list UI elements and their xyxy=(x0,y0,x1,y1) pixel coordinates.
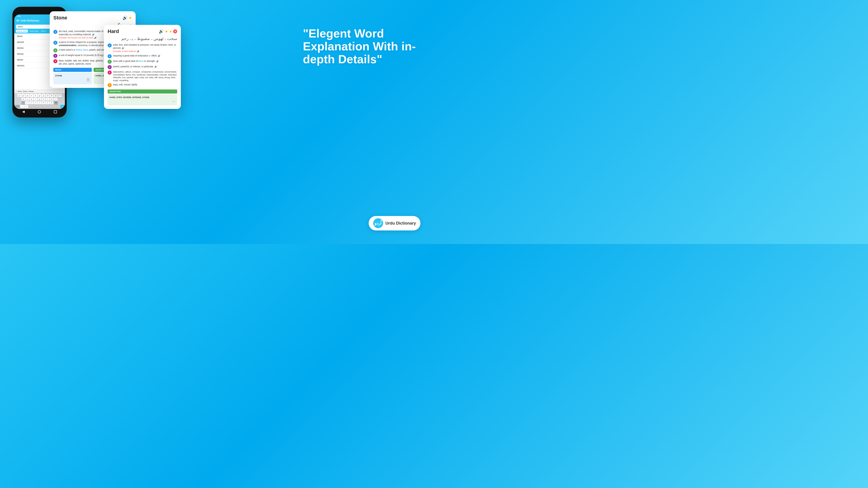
phone-nav-bar xyxy=(14,109,65,115)
sound-icon-small[interactable]: 🔊 xyxy=(92,33,95,36)
key-emoji[interactable]: ☺ xyxy=(24,105,28,108)
tab-roman[interactable]: Roma... xyxy=(40,30,48,33)
noun-tag: NOUN xyxy=(53,68,92,72)
key-g[interactable]: g xyxy=(38,98,41,101)
key-space[interactable] xyxy=(29,105,60,108)
hard-urdu-translation: سخت ، ٹھوس ، مضبوط ، بے رحم xyxy=(107,36,177,41)
hard-def-num-3: 3 xyxy=(107,60,112,64)
keyboard-row-4: ?123 , ☺ ➜ xyxy=(15,105,64,108)
key-q[interactable]: q1 xyxy=(18,94,21,97)
key-o[interactable]: o xyxy=(50,94,54,97)
suggestion-item[interactable]: stone xyxy=(18,90,22,92)
hard-definition-2: 2 requiring a great deal of endurance or… xyxy=(107,54,177,58)
hard-sound-icon[interactable]: 🔊 xyxy=(159,29,164,34)
noun-section: NOUN STONE 查 xyxy=(53,68,92,84)
key-x[interactable]: x xyxy=(29,101,33,104)
key-s[interactable]: s xyxy=(26,98,29,101)
suggestion-item[interactable]: Stone xyxy=(23,90,28,92)
key-l[interactable]: l xyxy=(54,98,58,101)
hard-urdu-script-icon: — xyxy=(110,99,176,103)
hard-def-num-4: 4 xyxy=(107,65,112,69)
key-n[interactable]: n xyxy=(46,101,49,104)
hard-definition-1: 1 solid, firm, and resistant to pressure… xyxy=(107,43,177,53)
key-comma[interactable]: , xyxy=(20,105,24,108)
hard-def-num-2: 2 xyxy=(107,54,112,58)
def-num-3: 3 xyxy=(53,48,57,53)
hard-example-1: Example: a hard mattress 🔊 xyxy=(113,50,177,53)
hard-card-header: Hard 🔊 ★ ★ ✕ xyxy=(107,29,177,34)
key-b[interactable]: b xyxy=(41,101,45,104)
keyboard-row-3: ⇧ z x c v b n m ⌫ xyxy=(15,101,64,104)
key-t[interactable]: t5 xyxy=(34,94,37,97)
def-num-1: 1 xyxy=(53,30,57,34)
status-time: 9:40 xyxy=(17,15,21,17)
stone-sound-icon[interactable]: 🔊 xyxy=(123,15,127,20)
hard-def-text-1: solid, firm, and resistant to pressure; … xyxy=(113,43,177,53)
def-num-5: 5 xyxy=(53,59,57,63)
hard-star-1[interactable]: ★ xyxy=(164,29,168,34)
hard-star-2[interactable]: ★ xyxy=(169,29,172,34)
tab-eng-to-urdu[interactable]: Eng to Urdu xyxy=(16,30,28,33)
hard-def-num-1: 1 xyxy=(107,43,112,47)
suggestion-arrow[interactable]: > xyxy=(16,90,17,92)
key-v[interactable]: v xyxy=(37,101,41,104)
hard-close-button[interactable]: ✕ xyxy=(173,29,177,33)
key-w[interactable]: w2 xyxy=(22,94,25,97)
urdu-script-icon: 查 xyxy=(55,78,90,83)
key-z[interactable]: z xyxy=(25,101,29,104)
hamburger-icon[interactable] xyxy=(17,20,19,22)
stone-favorite-icon[interactable]: ★ xyxy=(128,15,132,20)
stone-card-header: Stone 🔊 ★ xyxy=(53,15,132,21)
key-shift[interactable]: ⇧ xyxy=(21,101,25,104)
hard-adjective-tag: ADJECTIVE xyxy=(107,90,177,94)
app-title: Urdu Dictionary xyxy=(21,19,39,22)
hard-adjective-section: ADJECTIVE HARD, STIFF, SEVERE, INTENSE, … xyxy=(107,90,177,105)
stone-word-title: Stone xyxy=(53,15,67,21)
hard-def-text-a: easy, soft, voiced, lightly xyxy=(113,83,177,87)
key-numbers[interactable]: ?123 xyxy=(15,105,20,108)
hard-def-num-5: 5 xyxy=(107,70,112,74)
nav-recents-button[interactable] xyxy=(54,110,57,113)
hard-def-text-3: done with a great deal of force or stren… xyxy=(113,60,177,64)
keyboard-row-2: a s d f g h j k l xyxy=(15,98,64,101)
hard-adjective-content: HARD, STIFF, SEVERE, INTENSE, STONE — xyxy=(107,94,177,105)
hard-definition-4: 4 potent, powerful, or intense, in parti… xyxy=(107,65,177,69)
key-enter[interactable]: ➜ xyxy=(60,105,64,108)
suggestion-item[interactable]: stones xyxy=(29,90,34,92)
key-k[interactable]: k xyxy=(50,98,54,101)
key-e[interactable]: e3 xyxy=(26,94,29,97)
hard-card-action-icons: 🔊 ★ ★ ✕ xyxy=(159,29,177,34)
sound-icon-h4[interactable]: 🔊 xyxy=(154,65,157,68)
logo-label: Urdu Dictionary xyxy=(385,221,416,226)
key-f[interactable]: f xyxy=(34,98,37,101)
key-r[interactable]: r4 xyxy=(30,94,33,97)
marketing-tagline: "Elegent Word Explanation With in-depth … xyxy=(303,27,421,66)
app-logo-badge: اُردو Urdu Dictionary xyxy=(369,216,421,230)
hard-definition-3: 3 done with a great deal of force or str… xyxy=(107,60,177,64)
hard-adj-content-label: HARD, STIFF, SEVERE, INTENSE, STONE xyxy=(110,96,176,98)
tab-urdu-to-eng[interactable]: Urdu to Eng xyxy=(28,30,39,33)
hard-def-text-2: requiring a great deal of endurance or e… xyxy=(113,54,177,58)
key-h[interactable]: h xyxy=(42,98,45,101)
key-i[interactable]: i8 xyxy=(46,94,50,97)
sound-icon-h3[interactable]: 🔊 xyxy=(156,60,159,62)
key-c[interactable]: c xyxy=(58,94,62,97)
def-num-4: 4 xyxy=(53,54,57,58)
hard-definition-5: 5 adamantine, callous, compact, compacte… xyxy=(107,70,177,82)
key-d[interactable]: d xyxy=(30,98,33,101)
sound-icon-h1[interactable]: 🔊 xyxy=(122,47,124,49)
key-m[interactable]: m xyxy=(50,101,53,104)
key-delete[interactable]: ⌫ xyxy=(54,101,58,104)
nav-back-button[interactable] xyxy=(22,110,25,113)
key-u[interactable]: u7 xyxy=(42,94,45,97)
noun-content-label: STONE xyxy=(55,74,90,77)
key-y[interactable]: y6 xyxy=(38,94,41,97)
key-j[interactable]: j xyxy=(46,98,50,101)
keyboard-suggestions: > stone Stone stones xyxy=(14,90,65,93)
nav-home-button[interactable] xyxy=(38,110,41,113)
hard-def-num-a: A xyxy=(107,83,112,87)
key-a[interactable]: a xyxy=(22,98,25,101)
key-c2[interactable]: c xyxy=(33,101,37,104)
key-p[interactable]: p xyxy=(54,94,58,97)
sound-icon-h2[interactable]: 🔊 xyxy=(158,55,160,57)
